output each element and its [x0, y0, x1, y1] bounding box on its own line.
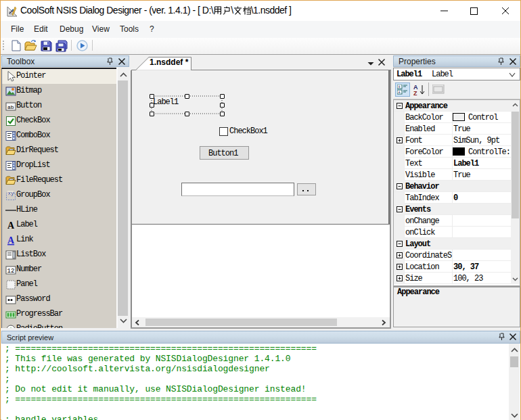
svg-text:xy: xy: [8, 191, 15, 196]
svg-text:A: A: [7, 235, 15, 246]
svg-text:+: +: [398, 90, 401, 95]
svg-text:Z: Z: [413, 90, 417, 96]
svg-text:+: +: [398, 85, 401, 89]
svg-text:ab: ab: [7, 104, 14, 110]
svg-text:12: 12: [7, 268, 15, 275]
svg-text:A: A: [7, 220, 15, 231]
